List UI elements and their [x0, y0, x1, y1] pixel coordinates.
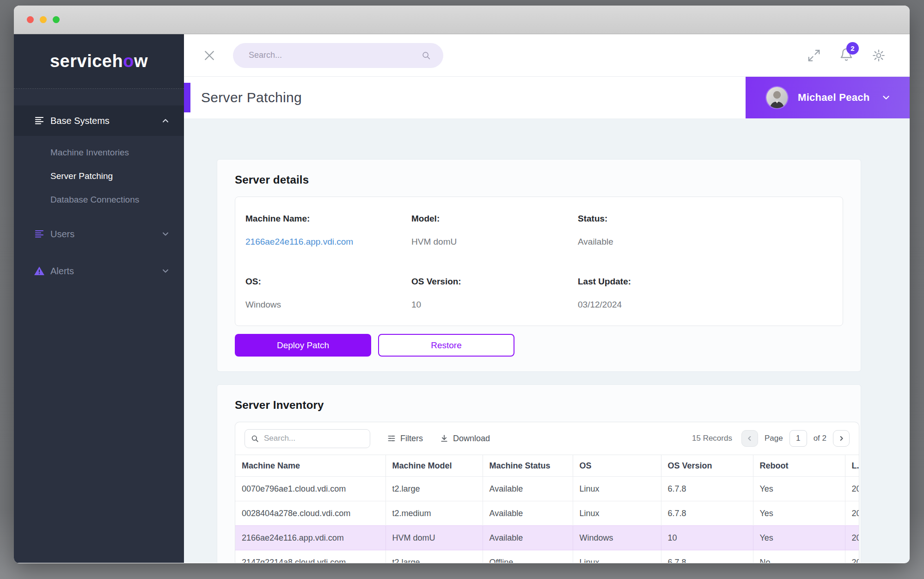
table-row[interactable]: 0070e796ae1.cloud.vdi.com t2.large Avail…	[235, 477, 859, 501]
user-name: Michael Peach	[798, 92, 870, 104]
pagination: 15 Records Page of 2	[692, 430, 850, 447]
restore-button[interactable]: Restore	[378, 334, 514, 357]
field-label: Model:	[411, 214, 578, 224]
table-row[interactable]: 0028404a278e.cloud.vdi.com t2.medium Ava…	[235, 501, 859, 526]
title-accent-bar	[184, 83, 190, 112]
sidebar-item-server-patching[interactable]: Server Patching	[14, 164, 184, 188]
logo-text-suffix: w	[134, 51, 148, 71]
field-value: 10	[411, 300, 578, 310]
minimize-window-button[interactable]	[40, 16, 47, 23]
cell-os-version: 6.7.8	[661, 501, 753, 526]
avatar	[766, 87, 788, 108]
field-label: OS:	[245, 277, 411, 287]
field-label: Last Update:	[578, 277, 832, 287]
cell-os: Linux	[573, 477, 661, 501]
zoom-window-button[interactable]	[53, 16, 60, 23]
records-count: 15 Records	[692, 434, 732, 443]
cell-os-version: 6.7.8	[661, 477, 753, 501]
cell-os: Linux	[573, 501, 661, 526]
table-row[interactable]: 2147g2214a8.cloud.vdi.com t2.large Offli…	[235, 550, 859, 563]
chevron-down-icon	[881, 92, 891, 103]
server-inventory-table: Machine Name Machine Model Machine Statu…	[235, 455, 859, 563]
expand-icon[interactable]	[807, 49, 821, 62]
field-status: Status: Available	[578, 211, 832, 247]
cell-last-update: 202	[845, 501, 859, 526]
field-value: 03/12/2024	[578, 300, 832, 310]
field-label: Machine Name:	[245, 214, 411, 224]
user-menu[interactable]: Michael Peach	[746, 77, 910, 118]
cell-machine-status: Available	[483, 526, 573, 550]
cell-machine-model: t2.large	[386, 550, 483, 563]
chevron-down-icon	[161, 266, 170, 276]
previous-page-button[interactable]	[741, 430, 758, 447]
column-header[interactable]: Reboot	[753, 455, 845, 477]
next-page-button[interactable]	[833, 430, 850, 447]
app-logo: servicehow	[14, 34, 184, 89]
field-value: Available	[578, 237, 832, 247]
inventory-card: Filters Download 15 Records	[235, 422, 859, 563]
cell-os-version: 6.7.8	[661, 550, 753, 563]
field-model: Model: HVM domU	[411, 211, 578, 247]
chevron-left-icon	[746, 435, 753, 442]
machine-name-link[interactable]: 2166ae24e116.app.vdi.com	[245, 237, 411, 247]
logo-accent-letter: o	[123, 51, 134, 71]
close-icon[interactable]	[202, 49, 216, 62]
cell-reboot: No	[753, 550, 845, 563]
desktop: servicehow Base Systems Machine Inventor…	[0, 0, 924, 579]
sidebar-item-base-systems[interactable]: Base Systems	[14, 105, 184, 136]
window-titlebar	[14, 6, 910, 34]
table-search	[245, 429, 370, 448]
sidebar: servicehow Base Systems Machine Inventor…	[14, 34, 184, 563]
sidebar-submenu-base-systems: Machine Inventories Server Patching Data…	[14, 136, 184, 219]
search-icon	[421, 50, 431, 61]
sidebar-item-users[interactable]: Users	[14, 219, 184, 249]
cell-machine-model: t2.large	[386, 477, 483, 501]
page-header: Server Patching M	[184, 77, 910, 118]
download-label: Download	[453, 434, 490, 443]
server-inventory-heading: Server Inventory	[235, 399, 843, 412]
sidebar-item-machine-inventories[interactable]: Machine Inventories	[14, 141, 184, 164]
table-search-input[interactable]	[264, 434, 366, 443]
page-number-input[interactable]	[789, 430, 807, 447]
sidebar-item-alerts[interactable]: Alerts	[14, 256, 184, 286]
cell-machine-model: HVM domU	[386, 526, 483, 550]
table-row-selected[interactable]: 2166ae24e116.app.vdi.com HVM domU Availa…	[235, 526, 859, 550]
field-value: HVM domU	[411, 237, 578, 247]
field-label: OS Version:	[411, 277, 578, 287]
sidebar-item-label: Users	[50, 229, 161, 240]
field-os: OS: Windows	[245, 274, 411, 310]
chevron-down-icon	[161, 229, 170, 239]
cell-machine-model: t2.medium	[386, 501, 483, 526]
close-window-button[interactable]	[27, 16, 34, 23]
download-button[interactable]: Download	[440, 434, 490, 443]
cell-os-version: 10	[661, 526, 753, 550]
chevron-right-icon	[838, 435, 845, 442]
logo-text: serviceh	[50, 51, 123, 71]
inventory-toolbar: Filters Download 15 Records	[235, 422, 859, 455]
field-machine-name: Machine Name: 2166ae24e116.app.vdi.com	[245, 211, 411, 247]
field-label: Status:	[578, 214, 832, 224]
global-search	[233, 43, 443, 68]
column-header[interactable]: Machine Model	[386, 455, 483, 477]
cell-reboot: Yes	[753, 501, 845, 526]
cell-os: Linux	[573, 550, 661, 563]
list-icon	[34, 228, 45, 240]
sidebar-item-database-connections[interactable]: Database Connections	[14, 188, 184, 211]
cell-last-update: 202	[845, 526, 859, 550]
cell-machine-status: Available	[483, 477, 573, 501]
app-window: servicehow Base Systems Machine Inventor…	[14, 6, 910, 563]
column-header[interactable]: Machine Name	[235, 455, 386, 477]
server-details-panel: Server details Machine Name: 2166ae24e11…	[217, 160, 861, 371]
field-last-update: Last Update: 03/12/2024	[578, 274, 832, 310]
gear-icon[interactable]	[872, 49, 886, 62]
filters-label: Filters	[400, 434, 423, 443]
column-header[interactable]: OS Version	[661, 455, 753, 477]
column-header[interactable]: L...	[845, 455, 859, 477]
cell-machine-name: 0028404a278e.cloud.vdi.com	[235, 501, 386, 526]
column-header[interactable]: OS	[573, 455, 661, 477]
column-header[interactable]: Machine Status	[483, 455, 573, 477]
filters-button[interactable]: Filters	[387, 434, 423, 443]
filters-icon	[387, 434, 396, 443]
deploy-patch-button[interactable]: Deploy Patch	[235, 334, 371, 357]
global-search-input[interactable]	[249, 50, 421, 60]
